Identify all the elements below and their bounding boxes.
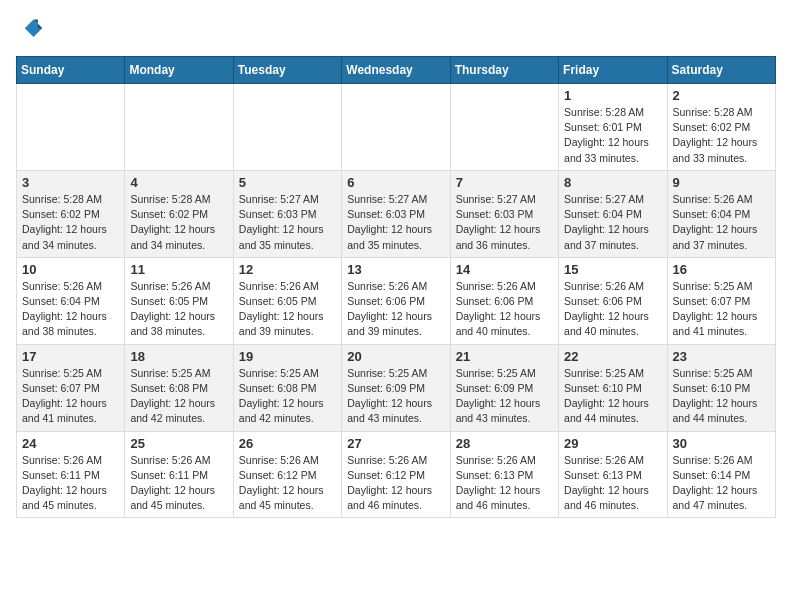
day-number: 14 [456, 262, 553, 277]
calendar-cell: 22Sunrise: 5:25 AMSunset: 6:10 PMDayligh… [559, 344, 667, 431]
day-info: Sunrise: 5:26 AMSunset: 6:05 PMDaylight:… [239, 279, 336, 340]
day-info: Sunrise: 5:25 AMSunset: 6:07 PMDaylight:… [22, 366, 119, 427]
logo [16, 16, 48, 44]
day-number: 3 [22, 175, 119, 190]
day-number: 12 [239, 262, 336, 277]
day-number: 9 [673, 175, 770, 190]
calendar-cell: 12Sunrise: 5:26 AMSunset: 6:05 PMDayligh… [233, 257, 341, 344]
day-info: Sunrise: 5:26 AMSunset: 6:11 PMDaylight:… [130, 453, 227, 514]
week-row-5: 24Sunrise: 5:26 AMSunset: 6:11 PMDayligh… [17, 431, 776, 518]
day-info: Sunrise: 5:28 AMSunset: 6:02 PMDaylight:… [130, 192, 227, 253]
calendar-cell: 30Sunrise: 5:26 AMSunset: 6:14 PMDayligh… [667, 431, 775, 518]
weekday-header-saturday: Saturday [667, 57, 775, 84]
week-row-3: 10Sunrise: 5:26 AMSunset: 6:04 PMDayligh… [17, 257, 776, 344]
calendar-cell: 21Sunrise: 5:25 AMSunset: 6:09 PMDayligh… [450, 344, 558, 431]
calendar-cell [17, 84, 125, 171]
calendar-cell: 27Sunrise: 5:26 AMSunset: 6:12 PMDayligh… [342, 431, 450, 518]
day-info: Sunrise: 5:25 AMSunset: 6:10 PMDaylight:… [564, 366, 661, 427]
weekday-header-row: SundayMondayTuesdayWednesdayThursdayFrid… [17, 57, 776, 84]
day-number: 26 [239, 436, 336, 451]
logo-icon [16, 16, 44, 44]
day-info: Sunrise: 5:28 AMSunset: 6:02 PMDaylight:… [22, 192, 119, 253]
day-info: Sunrise: 5:26 AMSunset: 6:14 PMDaylight:… [673, 453, 770, 514]
calendar-cell: 15Sunrise: 5:26 AMSunset: 6:06 PMDayligh… [559, 257, 667, 344]
calendar-cell: 24Sunrise: 5:26 AMSunset: 6:11 PMDayligh… [17, 431, 125, 518]
day-info: Sunrise: 5:26 AMSunset: 6:06 PMDaylight:… [456, 279, 553, 340]
day-number: 7 [456, 175, 553, 190]
calendar-cell: 25Sunrise: 5:26 AMSunset: 6:11 PMDayligh… [125, 431, 233, 518]
day-info: Sunrise: 5:27 AMSunset: 6:03 PMDaylight:… [456, 192, 553, 253]
day-info: Sunrise: 5:26 AMSunset: 6:04 PMDaylight:… [673, 192, 770, 253]
calendar-cell: 20Sunrise: 5:25 AMSunset: 6:09 PMDayligh… [342, 344, 450, 431]
day-info: Sunrise: 5:25 AMSunset: 6:09 PMDaylight:… [456, 366, 553, 427]
calendar-cell: 28Sunrise: 5:26 AMSunset: 6:13 PMDayligh… [450, 431, 558, 518]
calendar-cell: 1Sunrise: 5:28 AMSunset: 6:01 PMDaylight… [559, 84, 667, 171]
day-number: 16 [673, 262, 770, 277]
day-number: 24 [22, 436, 119, 451]
calendar-cell: 2Sunrise: 5:28 AMSunset: 6:02 PMDaylight… [667, 84, 775, 171]
calendar-cell: 14Sunrise: 5:26 AMSunset: 6:06 PMDayligh… [450, 257, 558, 344]
day-number: 1 [564, 88, 661, 103]
week-row-2: 3Sunrise: 5:28 AMSunset: 6:02 PMDaylight… [17, 170, 776, 257]
day-info: Sunrise: 5:27 AMSunset: 6:04 PMDaylight:… [564, 192, 661, 253]
calendar-cell: 23Sunrise: 5:25 AMSunset: 6:10 PMDayligh… [667, 344, 775, 431]
day-number: 13 [347, 262, 444, 277]
weekday-header-tuesday: Tuesday [233, 57, 341, 84]
day-number: 5 [239, 175, 336, 190]
calendar-cell [125, 84, 233, 171]
day-info: Sunrise: 5:26 AMSunset: 6:12 PMDaylight:… [239, 453, 336, 514]
calendar-cell: 19Sunrise: 5:25 AMSunset: 6:08 PMDayligh… [233, 344, 341, 431]
day-number: 17 [22, 349, 119, 364]
day-info: Sunrise: 5:26 AMSunset: 6:06 PMDaylight:… [564, 279, 661, 340]
day-info: Sunrise: 5:25 AMSunset: 6:08 PMDaylight:… [239, 366, 336, 427]
calendar-cell [450, 84, 558, 171]
day-number: 25 [130, 436, 227, 451]
calendar-cell: 6Sunrise: 5:27 AMSunset: 6:03 PMDaylight… [342, 170, 450, 257]
calendar-cell: 17Sunrise: 5:25 AMSunset: 6:07 PMDayligh… [17, 344, 125, 431]
day-info: Sunrise: 5:26 AMSunset: 6:04 PMDaylight:… [22, 279, 119, 340]
weekday-header-sunday: Sunday [17, 57, 125, 84]
day-number: 10 [22, 262, 119, 277]
day-number: 6 [347, 175, 444, 190]
weekday-header-thursday: Thursday [450, 57, 558, 84]
week-row-4: 17Sunrise: 5:25 AMSunset: 6:07 PMDayligh… [17, 344, 776, 431]
weekday-header-friday: Friday [559, 57, 667, 84]
day-number: 27 [347, 436, 444, 451]
day-info: Sunrise: 5:28 AMSunset: 6:02 PMDaylight:… [673, 105, 770, 166]
calendar-cell: 16Sunrise: 5:25 AMSunset: 6:07 PMDayligh… [667, 257, 775, 344]
day-info: Sunrise: 5:26 AMSunset: 6:12 PMDaylight:… [347, 453, 444, 514]
day-number: 15 [564, 262, 661, 277]
day-info: Sunrise: 5:25 AMSunset: 6:07 PMDaylight:… [673, 279, 770, 340]
day-number: 19 [239, 349, 336, 364]
calendar-cell: 13Sunrise: 5:26 AMSunset: 6:06 PMDayligh… [342, 257, 450, 344]
day-number: 20 [347, 349, 444, 364]
calendar-cell [342, 84, 450, 171]
day-info: Sunrise: 5:27 AMSunset: 6:03 PMDaylight:… [347, 192, 444, 253]
day-info: Sunrise: 5:28 AMSunset: 6:01 PMDaylight:… [564, 105, 661, 166]
day-info: Sunrise: 5:26 AMSunset: 6:11 PMDaylight:… [22, 453, 119, 514]
day-number: 21 [456, 349, 553, 364]
calendar: SundayMondayTuesdayWednesdayThursdayFrid… [16, 56, 776, 518]
day-number: 11 [130, 262, 227, 277]
day-info: Sunrise: 5:26 AMSunset: 6:05 PMDaylight:… [130, 279, 227, 340]
calendar-cell: 11Sunrise: 5:26 AMSunset: 6:05 PMDayligh… [125, 257, 233, 344]
day-number: 8 [564, 175, 661, 190]
calendar-cell: 5Sunrise: 5:27 AMSunset: 6:03 PMDaylight… [233, 170, 341, 257]
day-info: Sunrise: 5:25 AMSunset: 6:08 PMDaylight:… [130, 366, 227, 427]
day-number: 30 [673, 436, 770, 451]
day-number: 28 [456, 436, 553, 451]
day-number: 4 [130, 175, 227, 190]
calendar-cell: 3Sunrise: 5:28 AMSunset: 6:02 PMDaylight… [17, 170, 125, 257]
day-info: Sunrise: 5:26 AMSunset: 6:13 PMDaylight:… [564, 453, 661, 514]
day-number: 22 [564, 349, 661, 364]
calendar-cell: 10Sunrise: 5:26 AMSunset: 6:04 PMDayligh… [17, 257, 125, 344]
day-number: 2 [673, 88, 770, 103]
calendar-cell: 29Sunrise: 5:26 AMSunset: 6:13 PMDayligh… [559, 431, 667, 518]
day-info: Sunrise: 5:25 AMSunset: 6:10 PMDaylight:… [673, 366, 770, 427]
weekday-header-wednesday: Wednesday [342, 57, 450, 84]
day-number: 23 [673, 349, 770, 364]
day-info: Sunrise: 5:26 AMSunset: 6:06 PMDaylight:… [347, 279, 444, 340]
calendar-cell [233, 84, 341, 171]
day-number: 18 [130, 349, 227, 364]
weekday-header-monday: Monday [125, 57, 233, 84]
